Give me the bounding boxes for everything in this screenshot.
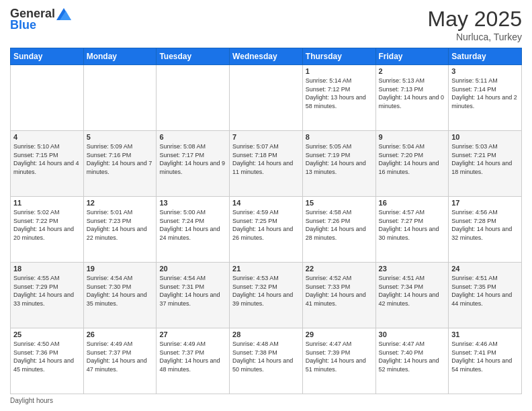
col-saturday: Saturday	[449, 48, 522, 65]
calendar-cell: 1Sunrise: 5:14 AM Sunset: 7:12 PM Daylig…	[302, 65, 375, 131]
day-number: 26	[87, 330, 154, 338]
day-number: 8	[306, 133, 373, 141]
day-number: 31	[451, 330, 519, 338]
day-info: Sunrise: 5:00 AM Sunset: 7:24 PM Dayligh…	[159, 208, 226, 242]
calendar-row-3: 18Sunrise: 4:55 AM Sunset: 7:29 PM Dayli…	[11, 263, 522, 328]
calendar-table: Sunday Monday Tuesday Wednesday Thursday…	[10, 48, 522, 394]
day-info: Sunrise: 4:56 AM Sunset: 7:28 PM Dayligh…	[451, 208, 519, 242]
calendar-cell: 7Sunrise: 5:07 AM Sunset: 7:18 PM Daylig…	[230, 131, 303, 197]
day-info: Sunrise: 4:53 AM Sunset: 7:32 PM Dayligh…	[232, 274, 300, 308]
calendar-cell	[11, 65, 84, 131]
title-month: May 2025	[427, 7, 522, 32]
day-number: 19	[87, 265, 154, 273]
day-info: Sunrise: 5:05 AM Sunset: 7:19 PM Dayligh…	[306, 142, 373, 176]
calendar-cell: 14Sunrise: 4:59 AM Sunset: 7:25 PM Dayli…	[230, 197, 303, 263]
day-info: Sunrise: 5:01 AM Sunset: 7:23 PM Dayligh…	[87, 208, 154, 242]
day-number: 12	[87, 199, 154, 207]
day-info: Sunrise: 4:57 AM Sunset: 7:27 PM Dayligh…	[379, 208, 446, 242]
day-number: 4	[13, 133, 81, 141]
day-info: Sunrise: 4:47 AM Sunset: 7:39 PM Dayligh…	[306, 340, 373, 373]
day-number: 3	[451, 67, 519, 75]
calendar-cell: 22Sunrise: 4:52 AM Sunset: 7:33 PM Dayli…	[302, 263, 375, 328]
day-info: Sunrise: 4:54 AM Sunset: 7:31 PM Dayligh…	[159, 274, 226, 308]
day-number: 20	[159, 265, 226, 273]
day-info: Sunrise: 4:46 AM Sunset: 7:41 PM Dayligh…	[451, 340, 519, 373]
calendar-cell: 4Sunrise: 5:10 AM Sunset: 7:15 PM Daylig…	[11, 131, 84, 197]
day-number: 18	[13, 265, 81, 273]
day-number: 10	[451, 133, 519, 141]
title-location: Nurluca, Turkey	[427, 32, 522, 42]
calendar-cell: 19Sunrise: 4:54 AM Sunset: 7:30 PM Dayli…	[83, 263, 157, 328]
day-number: 1	[306, 67, 373, 75]
calendar-row-2: 11Sunrise: 5:02 AM Sunset: 7:22 PM Dayli…	[11, 197, 522, 263]
calendar-cell: 29Sunrise: 4:47 AM Sunset: 7:39 PM Dayli…	[302, 328, 375, 394]
day-info: Sunrise: 4:49 AM Sunset: 7:37 PM Dayligh…	[159, 340, 226, 373]
calendar-cell: 9Sunrise: 5:04 AM Sunset: 7:20 PM Daylig…	[375, 131, 449, 197]
calendar-row-4: 25Sunrise: 4:50 AM Sunset: 7:36 PM Dayli…	[11, 328, 522, 394]
header: General Blue May 2025 Nurluca, Turkey	[10, 7, 522, 42]
calendar-cell: 17Sunrise: 4:56 AM Sunset: 7:28 PM Dayli…	[449, 197, 522, 263]
day-number: 14	[232, 199, 300, 207]
day-number: 27	[159, 330, 226, 338]
day-info: Sunrise: 4:55 AM Sunset: 7:29 PM Dayligh…	[13, 274, 81, 308]
col-thursday: Thursday	[302, 48, 375, 65]
col-sunday: Sunday	[11, 48, 84, 65]
day-number: 17	[451, 199, 519, 207]
day-number: 11	[13, 199, 81, 207]
day-info: Sunrise: 4:48 AM Sunset: 7:38 PM Dayligh…	[232, 340, 300, 373]
day-info: Sunrise: 4:51 AM Sunset: 7:35 PM Dayligh…	[451, 274, 519, 308]
day-number: 16	[379, 199, 446, 207]
logo-blue: Blue	[10, 18, 36, 32]
day-info: Sunrise: 4:47 AM Sunset: 7:40 PM Dayligh…	[379, 340, 446, 373]
day-info: Sunrise: 5:04 AM Sunset: 7:20 PM Dayligh…	[379, 142, 446, 176]
day-number: 21	[232, 265, 300, 273]
col-wednesday: Wednesday	[230, 48, 303, 65]
day-number: 13	[159, 199, 226, 207]
calendar-cell: 5Sunrise: 5:09 AM Sunset: 7:16 PM Daylig…	[83, 131, 157, 197]
calendar-cell: 18Sunrise: 4:55 AM Sunset: 7:29 PM Dayli…	[11, 263, 84, 328]
calendar-cell: 16Sunrise: 4:57 AM Sunset: 7:27 PM Dayli…	[375, 197, 449, 263]
calendar-cell: 25Sunrise: 4:50 AM Sunset: 7:36 PM Dayli…	[11, 328, 84, 394]
day-number: 24	[451, 265, 519, 273]
day-number: 25	[13, 330, 81, 338]
day-info: Sunrise: 4:51 AM Sunset: 7:34 PM Dayligh…	[379, 274, 446, 308]
calendar-cell: 11Sunrise: 5:02 AM Sunset: 7:22 PM Dayli…	[11, 197, 84, 263]
day-info: Sunrise: 5:02 AM Sunset: 7:22 PM Dayligh…	[13, 208, 81, 242]
footer-note: Daylight hours	[10, 397, 522, 404]
day-number: 23	[379, 265, 446, 273]
col-monday: Monday	[83, 48, 157, 65]
calendar-cell	[83, 65, 157, 131]
col-friday: Friday	[375, 48, 449, 65]
calendar-header-row: Sunday Monday Tuesday Wednesday Thursday…	[11, 48, 522, 65]
calendar-cell: 20Sunrise: 4:54 AM Sunset: 7:31 PM Dayli…	[157, 263, 230, 328]
calendar-cell: 13Sunrise: 5:00 AM Sunset: 7:24 PM Dayli…	[157, 197, 230, 263]
page: General Blue May 2025 Nurluca, Turkey Su…	[0, 0, 532, 411]
day-info: Sunrise: 5:14 AM Sunset: 7:12 PM Dayligh…	[306, 77, 373, 110]
day-number: 15	[306, 199, 373, 207]
calendar-cell: 2Sunrise: 5:13 AM Sunset: 7:13 PM Daylig…	[375, 65, 449, 131]
calendar-cell: 12Sunrise: 5:01 AM Sunset: 7:23 PM Dayli…	[83, 197, 157, 263]
day-number: 9	[379, 133, 446, 141]
calendar-cell: 31Sunrise: 4:46 AM Sunset: 7:41 PM Dayli…	[449, 328, 522, 394]
calendar-cell: 24Sunrise: 4:51 AM Sunset: 7:35 PM Dayli…	[449, 263, 522, 328]
day-number: 29	[306, 330, 373, 338]
day-info: Sunrise: 5:10 AM Sunset: 7:15 PM Dayligh…	[13, 142, 81, 176]
calendar-cell: 26Sunrise: 4:49 AM Sunset: 7:37 PM Dayli…	[83, 328, 157, 394]
day-number: 6	[159, 133, 226, 141]
calendar-cell: 10Sunrise: 5:03 AM Sunset: 7:21 PM Dayli…	[449, 131, 522, 197]
day-info: Sunrise: 5:08 AM Sunset: 7:17 PM Dayligh…	[159, 142, 226, 176]
day-info: Sunrise: 5:07 AM Sunset: 7:18 PM Dayligh…	[232, 142, 300, 176]
calendar-row-0: 1Sunrise: 5:14 AM Sunset: 7:12 PM Daylig…	[11, 65, 522, 131]
day-info: Sunrise: 5:09 AM Sunset: 7:16 PM Dayligh…	[87, 142, 154, 176]
day-info: Sunrise: 4:54 AM Sunset: 7:30 PM Dayligh…	[87, 274, 154, 308]
calendar-row-1: 4Sunrise: 5:10 AM Sunset: 7:15 PM Daylig…	[11, 131, 522, 197]
day-info: Sunrise: 4:50 AM Sunset: 7:36 PM Dayligh…	[13, 340, 81, 373]
day-info: Sunrise: 5:13 AM Sunset: 7:13 PM Dayligh…	[379, 77, 446, 110]
col-tuesday: Tuesday	[157, 48, 230, 65]
calendar-cell: 21Sunrise: 4:53 AM Sunset: 7:32 PM Dayli…	[230, 263, 303, 328]
day-number: 5	[87, 133, 154, 141]
day-number: 28	[232, 330, 300, 338]
title-block: May 2025 Nurluca, Turkey	[427, 7, 522, 42]
daylight-hours-label: Daylight hours	[10, 397, 53, 404]
day-number: 22	[306, 265, 373, 273]
